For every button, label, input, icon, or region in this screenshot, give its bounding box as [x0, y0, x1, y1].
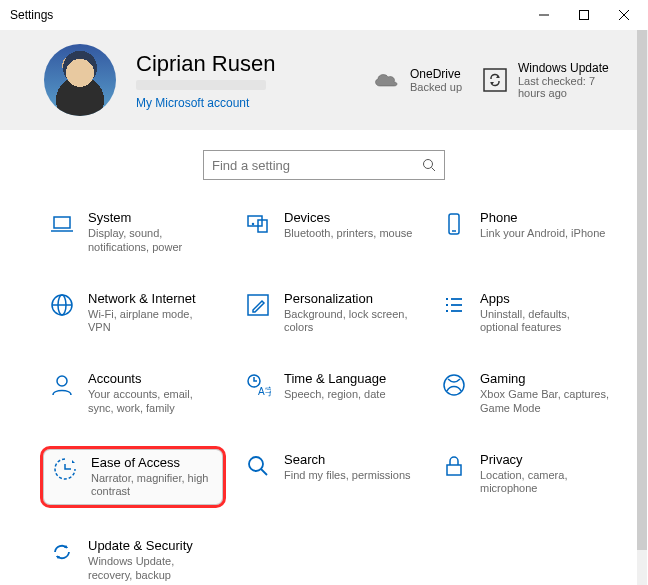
- tile-desc: Background, lock screen, colors: [284, 308, 414, 336]
- tile-desc: Wi-Fi, airplane mode, VPN: [88, 308, 218, 336]
- tile-system[interactable]: SystemDisplay, sound, notifications, pow…: [40, 204, 226, 261]
- svg-point-27: [444, 375, 464, 395]
- header: Ciprian Rusen My Microsoft account OneDr…: [0, 30, 648, 130]
- tile-desc: Uninstall, defaults, optional features: [480, 308, 610, 336]
- svg-rect-30: [447, 465, 461, 475]
- maximize-button[interactable]: [564, 0, 604, 30]
- user-block: Ciprian Rusen My Microsoft account: [136, 51, 275, 110]
- tile-title: Personalization: [284, 291, 414, 306]
- svg-rect-4: [484, 69, 506, 91]
- lock-icon: [440, 452, 468, 480]
- onedrive-substatus: Backed up: [410, 81, 462, 93]
- tile-desc: Find my files, permissions: [284, 469, 411, 483]
- xbox-icon: [440, 371, 468, 399]
- person-icon: [48, 371, 76, 399]
- window-title: Settings: [10, 8, 524, 22]
- onedrive-status[interactable]: OneDrive Backed up: [372, 67, 462, 93]
- svg-point-11: [253, 224, 254, 225]
- titlebar: Settings: [0, 0, 648, 30]
- close-button[interactable]: [604, 0, 644, 30]
- tile-desc: Display, sound, notifications, power: [88, 227, 218, 255]
- windows-update-substatus: Last checked: 7 hours ago: [518, 75, 618, 99]
- tile-title: Update & Security: [88, 538, 218, 553]
- time-language-icon: A字: [244, 371, 272, 399]
- globe-icon: [48, 291, 76, 319]
- my-microsoft-account-link[interactable]: My Microsoft account: [136, 96, 275, 110]
- tile-title: System: [88, 210, 218, 225]
- tile-title: Devices: [284, 210, 412, 225]
- tile-desc: Your accounts, email, sync, work, family: [88, 388, 218, 416]
- pencil-icon: [244, 291, 272, 319]
- tile-ease-of-access[interactable]: Ease of AccessNarrator, magnifier, high …: [40, 446, 226, 509]
- cloud-icon: [372, 70, 400, 90]
- onedrive-label: OneDrive: [410, 67, 462, 81]
- scrollbar[interactable]: [637, 30, 647, 585]
- tile-personalization[interactable]: PersonalizationBackground, lock screen, …: [236, 285, 422, 342]
- tile-title: Ease of Access: [91, 455, 215, 470]
- tile-title: Phone: [480, 210, 605, 225]
- tile-devices[interactable]: DevicesBluetooth, printers, mouse: [236, 204, 422, 261]
- minimize-button[interactable]: [524, 0, 564, 30]
- svg-point-28: [249, 457, 263, 471]
- tile-search[interactable]: SearchFind my files, permissions: [236, 446, 422, 509]
- svg-point-24: [57, 376, 67, 386]
- tile-title: Time & Language: [284, 371, 386, 386]
- tile-title: Search: [284, 452, 411, 467]
- search-placeholder: Find a setting: [212, 158, 422, 173]
- ease-of-access-icon: [51, 455, 79, 483]
- svg-line-6: [432, 168, 436, 172]
- windows-update-status[interactable]: Windows Update Last checked: 7 hours ago: [482, 61, 618, 99]
- tile-network[interactable]: Network & InternetWi-Fi, airplane mode, …: [40, 285, 226, 342]
- windows-update-label: Windows Update: [518, 61, 618, 75]
- tile-title: Gaming: [480, 371, 610, 386]
- tile-desc: Windows Update, recovery, backup: [88, 555, 218, 583]
- svg-rect-1: [580, 11, 589, 20]
- sync-icon: [482, 67, 508, 93]
- tile-desc: Narrator, magnifier, high contrast: [91, 472, 215, 500]
- tile-title: Privacy: [480, 452, 610, 467]
- svg-text:A字: A字: [258, 386, 271, 397]
- update-security-icon: [48, 538, 76, 566]
- user-name: Ciprian Rusen: [136, 51, 275, 77]
- svg-point-5: [424, 160, 433, 169]
- svg-rect-9: [248, 216, 262, 226]
- tile-privacy[interactable]: PrivacyLocation, camera, microphone: [432, 446, 618, 509]
- svg-line-29: [261, 469, 267, 475]
- tile-gaming[interactable]: GamingXbox Game Bar, captures, Game Mode: [432, 365, 618, 422]
- devices-icon: [244, 210, 272, 238]
- laptop-icon: [48, 210, 76, 238]
- phone-icon: [440, 210, 468, 238]
- tile-time-language[interactable]: A字 Time & LanguageSpeech, region, date: [236, 365, 422, 422]
- tile-phone[interactable]: PhoneLink your Android, iPhone: [432, 204, 618, 261]
- scrollbar-thumb[interactable]: [637, 30, 647, 550]
- search-tile-icon: [244, 452, 272, 480]
- settings-grid: SystemDisplay, sound, notifications, pow…: [0, 204, 648, 585]
- tile-title: Network & Internet: [88, 291, 218, 306]
- search-icon: [422, 158, 436, 172]
- tile-desc: Location, camera, microphone: [480, 469, 610, 497]
- tile-apps[interactable]: AppsUninstall, defaults, optional featur…: [432, 285, 618, 342]
- svg-rect-7: [54, 217, 70, 228]
- tile-desc: Xbox Game Bar, captures, Game Mode: [480, 388, 610, 416]
- tile-update-security[interactable]: Update & SecurityWindows Update, recover…: [40, 532, 226, 585]
- tile-accounts[interactable]: AccountsYour accounts, email, sync, work…: [40, 365, 226, 422]
- tile-desc: Speech, region, date: [284, 388, 386, 402]
- search-input[interactable]: Find a setting: [203, 150, 445, 180]
- tile-title: Accounts: [88, 371, 218, 386]
- list-icon: [440, 291, 468, 319]
- user-email-placeholder: [136, 80, 266, 90]
- tile-title: Apps: [480, 291, 610, 306]
- tile-desc: Link your Android, iPhone: [480, 227, 605, 241]
- avatar[interactable]: [44, 44, 116, 116]
- tile-desc: Bluetooth, printers, mouse: [284, 227, 412, 241]
